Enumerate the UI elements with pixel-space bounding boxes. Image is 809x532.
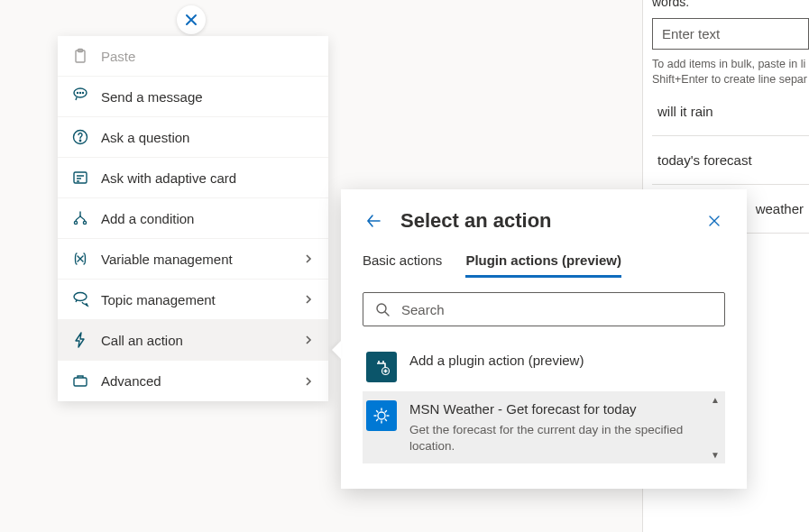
tab-basic-actions[interactable]: Basic actions	[363, 252, 442, 278]
paste-icon	[70, 46, 90, 66]
menu-item-ask-question[interactable]: Ask a question	[58, 117, 328, 158]
select-action-panel: Select an action Basic actions Plugin ac…	[341, 189, 747, 489]
svg-point-2	[78, 93, 78, 94]
action-row-title: MSN Weather - Get forecast for today	[409, 400, 722, 418]
menu-item-label: Variable management	[101, 252, 301, 267]
close-node-button[interactable]	[177, 5, 206, 34]
chevron-right-icon	[301, 333, 316, 347]
menu-item-label: Ask a question	[101, 130, 316, 145]
tab-plugin-actions[interactable]: Plugin actions (preview)	[465, 252, 621, 278]
close-icon	[184, 13, 198, 27]
svg-point-4	[83, 93, 84, 94]
menu-item-advanced[interactable]: Advanced	[58, 361, 328, 401]
menu-item-paste: Paste	[58, 36, 328, 77]
svg-rect-7	[74, 172, 87, 183]
close-button[interactable]	[703, 210, 725, 232]
search-icon	[374, 301, 391, 317]
menu-item-call-action[interactable]: Call an action	[58, 320, 328, 361]
svg-point-11	[377, 304, 386, 313]
message-icon	[70, 87, 90, 106]
menu-item-topic-management[interactable]: Topic management	[58, 280, 328, 320]
svg-point-3	[80, 93, 81, 94]
node-context-menu: Paste Send a message Ask a question Ask …	[58, 36, 328, 401]
action-panel-title: Select an action	[400, 209, 703, 233]
condition-icon	[70, 208, 90, 228]
chevron-right-icon	[301, 292, 316, 307]
action-tabs: Basic actions Plugin actions (preview)	[363, 252, 725, 278]
close-icon	[707, 214, 722, 228]
action-panel-header: Select an action	[363, 209, 725, 233]
enter-text-input[interactable]: Enter text	[652, 18, 809, 50]
menu-item-label: Paste	[101, 49, 316, 64]
back-button[interactable]	[363, 210, 384, 232]
scroll-down-icon: ▼	[711, 450, 723, 460]
action-row-msn-weather[interactable]: MSN Weather - Get forecast for today Get…	[363, 391, 725, 463]
action-row-title: Add a plugin action (preview)	[409, 352, 722, 370]
bulk-hint: To add items in bulk, paste in li Shift+…	[652, 57, 809, 87]
menu-item-label: Call an action	[101, 333, 301, 348]
menu-item-label: Add a condition	[101, 211, 316, 226]
menu-item-label: Ask with adaptive card	[101, 170, 316, 186]
action-search-box[interactable]	[363, 292, 725, 326]
truncated-label: words.	[652, 0, 809, 9]
menu-item-send-message[interactable]: Send a message	[58, 77, 328, 117]
scroll-up-icon: ▲	[711, 395, 723, 405]
menu-item-label: Advanced	[101, 373, 301, 389]
card-icon	[70, 168, 90, 188]
action-icon	[70, 330, 90, 350]
menu-item-variable-management[interactable]: Variable management	[58, 239, 328, 280]
trigger-phrase-item[interactable]: today's forecast	[652, 136, 809, 185]
svg-point-8	[74, 221, 77, 224]
arrow-left-icon	[365, 213, 382, 229]
action-row-desc: Get the forecast for the current day in …	[409, 422, 689, 454]
svg-point-9	[83, 221, 86, 224]
menu-item-adaptive-card[interactable]: Ask with adaptive card	[58, 158, 328, 198]
variable-icon	[70, 249, 90, 269]
plugin-add-icon	[366, 352, 397, 382]
menu-item-label: Topic management	[101, 292, 301, 307]
scroll-indicator[interactable]: ▲ ▼	[711, 391, 723, 463]
menu-item-label: Send a message	[101, 89, 316, 105]
advanced-icon	[70, 371, 90, 391]
weather-icon	[366, 400, 397, 431]
svg-rect-10	[74, 378, 87, 386]
topic-icon	[70, 289, 90, 309]
question-icon	[70, 127, 90, 147]
menu-item-add-condition[interactable]: Add a condition	[58, 198, 328, 239]
trigger-phrase-item[interactable]: will it rain	[652, 87, 809, 136]
action-row-add-plugin[interactable]: Add a plugin action (preview)	[363, 343, 725, 391]
chevron-right-icon	[301, 374, 316, 389]
svg-point-13	[378, 412, 385, 419]
chevron-right-icon	[301, 252, 316, 266]
search-input[interactable]	[400, 301, 713, 318]
svg-point-6	[79, 140, 80, 141]
